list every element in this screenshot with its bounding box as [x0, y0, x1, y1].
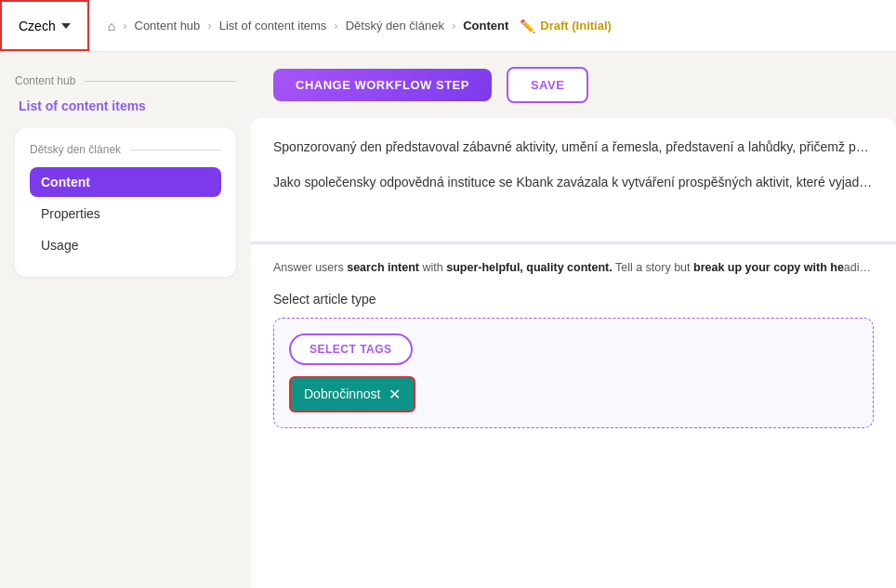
sidebar-item-content[interactable]: Content [30, 167, 221, 197]
select-tags-button[interactable]: SELECT TAGS [289, 333, 413, 365]
draft-badge: ✏️ Draft (Initial) [520, 19, 612, 33]
home-icon[interactable]: ⌂ [108, 19, 115, 33]
article-type-label: Select article type [273, 292, 874, 307]
tag-label: Dobročinnost [304, 386, 381, 401]
hint-text: Answer users search intent with super-he… [273, 259, 874, 277]
paragraph-2: Jako společensky odpovědná instituce se … [273, 172, 874, 192]
text-content-area: Sponzorovaný den představoval zábavné ak… [251, 118, 896, 227]
sidebar-section-label: Content hub [15, 74, 236, 87]
save-button[interactable]: SAVE [507, 67, 588, 103]
tag-list: Dobročinnost ✕ [289, 376, 858, 412]
sidebar: Content hub List of content items Dětský… [0, 52, 251, 588]
tag-close-icon[interactable]: ✕ [389, 385, 401, 403]
breadcrumb-article[interactable]: Dětský den článek [346, 19, 444, 33]
language-label: Czech [19, 19, 56, 33]
sidebar-item-usage[interactable]: Usage [30, 230, 221, 260]
bottom-content: Answer users search intent with super-he… [251, 244, 896, 588]
paragraph-1: Sponzorovaný den představoval zábavné ak… [273, 137, 874, 157]
draft-label: Draft (Initial) [540, 19, 612, 33]
main-layout: Content hub List of content items Dětský… [0, 52, 896, 588]
top-bar: Czech ⌂ › Content hub › List of content … [0, 0, 896, 52]
draft-icon: ✏️ [520, 19, 535, 33]
content-body: Sponzorovaný den představoval zábavné ak… [251, 118, 896, 588]
sidebar-list-label[interactable]: List of content items [15, 98, 236, 113]
text-border [251, 227, 896, 244]
toolbar: CHANGE WORKFLOW STEP SAVE [251, 67, 896, 118]
workflow-step-button[interactable]: CHANGE WORKFLOW STEP [273, 69, 492, 101]
sidebar-sub-card: Dětský den článek Content Properties Usa… [15, 128, 236, 277]
tag-item-dobrocinnost[interactable]: Dobročinnost ✕ [289, 376, 415, 412]
language-selector[interactable]: Czech [0, 0, 89, 51]
content-area: CHANGE WORKFLOW STEP SAVE Sponzorovaný d… [251, 52, 896, 588]
sidebar-sub-section-label: Dětský den článek [30, 143, 221, 156]
tags-section: SELECT TAGS Dobročinnost ✕ [273, 318, 874, 428]
sidebar-item-properties[interactable]: Properties [30, 199, 221, 229]
breadcrumb-content-hub[interactable]: Content hub [135, 19, 201, 33]
breadcrumb: ⌂ › Content hub › List of content items … [89, 19, 896, 33]
breadcrumb-list[interactable]: List of content items [219, 19, 327, 33]
breadcrumb-current: Content [463, 19, 508, 33]
chevron-down-icon [61, 23, 71, 29]
